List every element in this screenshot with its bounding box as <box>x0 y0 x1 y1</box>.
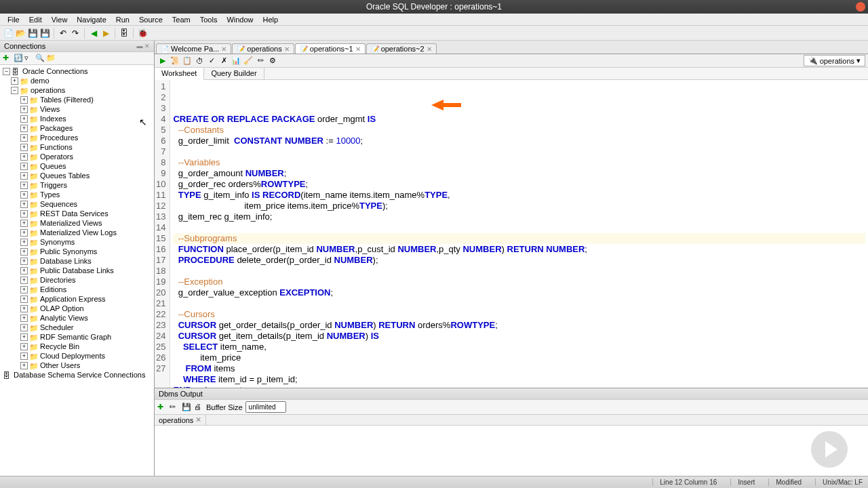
rollback-icon[interactable]: ✗ <box>218 56 229 66</box>
filter-icon[interactable]: ▿ <box>24 54 34 63</box>
find-icon[interactable]: 🔍 <box>35 54 45 63</box>
edit-icon[interactable]: ✏ <box>170 403 179 412</box>
tree-toggle-icon[interactable]: + <box>20 343 28 350</box>
tree-toggle-icon[interactable]: + <box>20 362 28 369</box>
tree-node[interactable]: +📁Scheduler <box>1 323 153 332</box>
tree-toggle-icon[interactable]: + <box>20 277 28 284</box>
tree-node[interactable]: +📁Application Express <box>1 294 153 304</box>
tree-toggle-icon[interactable]: + <box>20 220 28 227</box>
tree-toggle-icon[interactable]: + <box>20 267 28 274</box>
tree-toggle-icon[interactable]: + <box>20 134 28 142</box>
new-icon[interactable]: 📄 <box>3 28 14 39</box>
tree-node[interactable]: +📁Materialized Views <box>1 218 153 228</box>
enable-output-icon[interactable]: ✚ <box>157 403 167 412</box>
tree-toggle-icon[interactable]: + <box>20 163 28 170</box>
tree-node[interactable]: +📁Directories <box>1 275 153 285</box>
output-tab-operations[interactable]: operations ✕ <box>155 415 206 425</box>
close-tab-icon[interactable]: ✕ <box>221 45 226 53</box>
commit-icon[interactable]: ✓ <box>206 56 217 66</box>
open-icon[interactable]: 📂 <box>15 28 26 39</box>
save-output-icon[interactable]: 💾 <box>182 403 191 412</box>
run-script-icon[interactable]: 📜 <box>170 56 180 66</box>
tree-node[interactable]: +📁Sequences <box>1 199 153 209</box>
tree-toggle-icon[interactable]: − <box>3 68 10 75</box>
tree-toggle-icon[interactable]: + <box>20 324 28 331</box>
tree-node[interactable]: +📁Packages <box>1 123 153 133</box>
tree-toggle-icon[interactable]: + <box>20 248 28 256</box>
tree-toggle-icon[interactable]: − <box>11 87 18 94</box>
tree-node[interactable]: +📁Recycle Bin <box>1 342 153 351</box>
tree-toggle-icon[interactable]: + <box>20 182 28 189</box>
tree-toggle-icon[interactable]: + <box>20 229 28 237</box>
tree-toggle-icon[interactable]: + <box>20 115 28 123</box>
tree-node[interactable]: +📁OLAP Option <box>1 304 153 313</box>
tree-node[interactable]: +📁Tables (Filtered) <box>1 95 153 104</box>
tree-node[interactable]: +📁RDF Semantic Graph <box>1 332 153 342</box>
explain-icon[interactable]: 📋 <box>182 56 193 66</box>
tree-node[interactable]: +📁Other Users <box>1 361 153 370</box>
tree-root[interactable]: − 🗄 Oracle Connections <box>1 66 153 76</box>
tree-node[interactable]: +📁Queues <box>1 161 153 171</box>
tree-toggle-icon[interactable]: + <box>20 239 28 246</box>
panel-controls[interactable]: ▬ ✕ <box>136 43 150 49</box>
tree-toggle-icon[interactable]: + <box>20 172 28 180</box>
run-icon[interactable]: ▶ <box>157 56 168 66</box>
close-tab-icon[interactable]: ✕ <box>195 415 201 424</box>
menu-file[interactable]: File <box>3 16 24 24</box>
tree-node[interactable]: +📁Public Database Links <box>1 266 153 275</box>
folder-icon[interactable]: 📁 <box>46 54 56 63</box>
tree-toggle-icon[interactable]: + <box>20 191 28 199</box>
close-tab-icon[interactable]: ✕ <box>427 45 432 53</box>
tree-node[interactable]: +📁Operators <box>1 152 153 161</box>
undo-icon[interactable]: ↶ <box>58 28 68 39</box>
tree-node[interactable]: +📁Synonyms <box>1 237 153 247</box>
tree-node[interactable]: +📁Procedures <box>1 133 153 142</box>
menu-navigate[interactable]: Navigate <box>72 16 111 24</box>
tree-node[interactable]: +📁Indexes <box>1 114 153 123</box>
tree-toggle-icon[interactable]: + <box>20 96 28 104</box>
tree-toggle-icon[interactable]: + <box>20 333 28 341</box>
tree-node[interactable]: +📁Functions <box>1 142 153 152</box>
more-icon[interactable]: ⚙ <box>267 56 278 66</box>
tree-toggle-icon[interactable]: + <box>20 314 28 322</box>
tree-node[interactable]: +📁Materialized View Logs <box>1 228 153 237</box>
sqlrecall-icon[interactable]: 📊 <box>231 56 241 66</box>
tree-node[interactable]: +📁Views <box>1 104 153 114</box>
code-editor[interactable]: 1234567891011121314151617181920212223242… <box>155 80 868 388</box>
tree-toggle-icon[interactable]: + <box>20 286 28 293</box>
add-connection-icon[interactable]: ✚ <box>3 54 12 63</box>
menu-source[interactable]: Source <box>134 16 167 24</box>
tree-node[interactable]: +📁Database Links <box>1 256 153 266</box>
tree-node[interactable]: +📁Triggers <box>1 180 153 190</box>
menu-tools[interactable]: Tools <box>195 16 222 24</box>
close-icon[interactable] <box>856 2 865 12</box>
tab-worksheet[interactable]: Worksheet <box>155 68 204 80</box>
menu-edit[interactable]: Edit <box>24 16 47 24</box>
tree-node[interactable]: +📁demo <box>1 76 153 85</box>
nav-back-icon[interactable]: ◀ <box>88 28 99 39</box>
db-icon[interactable]: 🗄 <box>119 28 130 39</box>
connections-tree[interactable]: − 🗄 Oracle Connections +📁demo−📁operation… <box>0 65 154 476</box>
tree-node[interactable]: +📁REST Data Services <box>1 209 153 218</box>
tree-toggle-icon[interactable]: + <box>20 296 28 303</box>
menu-view[interactable]: View <box>47 16 73 24</box>
menu-team[interactable]: Team <box>167 16 195 24</box>
buffer-size-input[interactable] <box>245 401 286 413</box>
editor-tab[interactable]: 📝operations~1✕ <box>295 43 366 54</box>
menu-window[interactable]: Window <box>222 16 258 24</box>
editor-tab[interactable]: 📝operations✕ <box>232 43 294 54</box>
tree-node[interactable]: −📁operations <box>1 85 153 95</box>
saveall-icon[interactable]: 💾 <box>39 28 50 39</box>
close-tab-icon[interactable]: ✕ <box>284 45 290 53</box>
tree-toggle-icon[interactable]: + <box>20 258 28 265</box>
tree-toggle-icon[interactable]: + <box>20 106 28 113</box>
tree-node[interactable]: +📁Analytic Views <box>1 313 153 323</box>
format-icon[interactable]: ✏ <box>255 56 266 66</box>
tree-node[interactable]: +📁Types <box>1 190 153 199</box>
tab-query-builder[interactable]: Query Builder <box>204 68 264 79</box>
menu-help[interactable]: Help <box>258 16 283 24</box>
tree-toggle-icon[interactable]: + <box>20 144 28 151</box>
debug-icon[interactable]: 🐞 <box>137 28 148 39</box>
tree-toggle-icon[interactable]: + <box>20 305 28 312</box>
close-tab-icon[interactable]: ✕ <box>355 45 361 53</box>
